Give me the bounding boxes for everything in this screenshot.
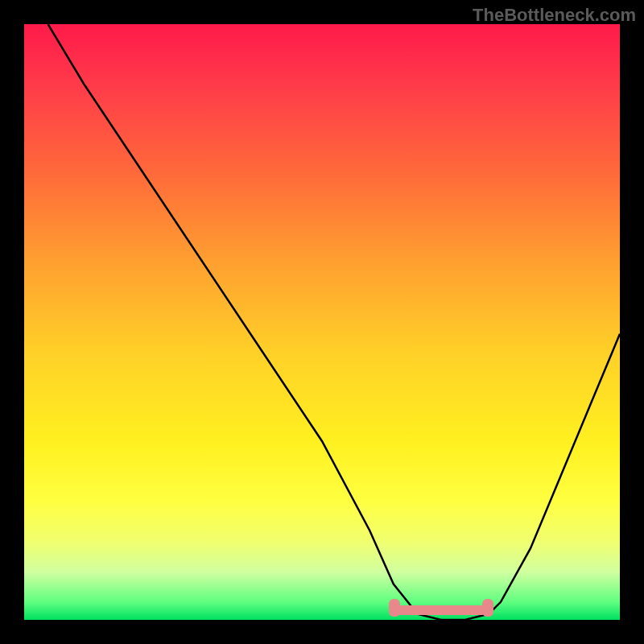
watermark-text: TheBottleneck.com	[473, 5, 636, 26]
chart-plot-area	[24, 24, 620, 620]
flat-region-bar	[395, 605, 487, 615]
flat-region-right-cap	[482, 599, 493, 617]
bottleneck-curve	[24, 24, 620, 620]
